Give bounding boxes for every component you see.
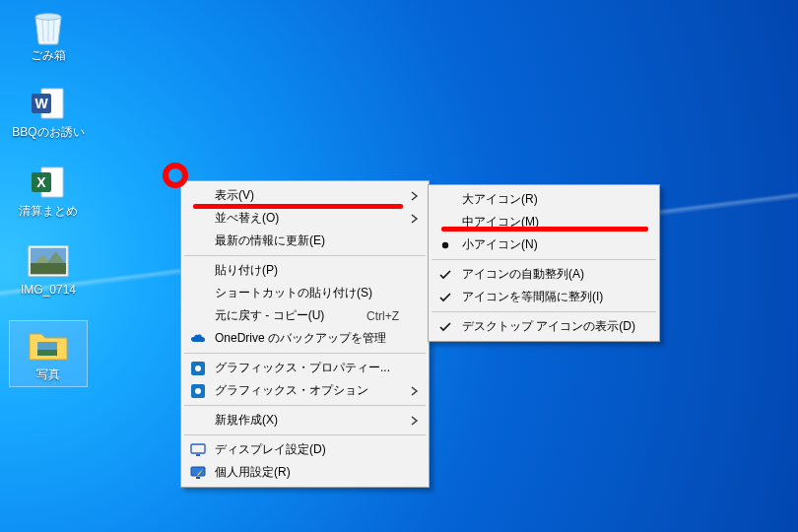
svg-rect-9 [31, 263, 66, 274]
annotation-underline-view [193, 204, 403, 209]
menu-item-sort[interactable]: 並べ替え(O) [183, 207, 427, 230]
menu-item-paste[interactable]: 貼り付け(P) [183, 259, 427, 282]
image-file-icon [28, 240, 69, 282]
submenu-item-auto-arrange[interactable]: アイコンの自動整列(A) [431, 263, 657, 286]
desktop-icon-excel-doc[interactable]: X 清算まとめ [10, 162, 87, 219]
svg-rect-18 [191, 444, 205, 453]
recycle-bin-icon [28, 6, 69, 47]
folder-icon [28, 325, 69, 366]
desktop-icon-word-doc[interactable]: W BBQのお誘い [10, 83, 87, 140]
onedrive-icon [190, 331, 206, 347]
intel-graphics-icon [190, 361, 206, 376]
submenu-arrow-icon [411, 416, 419, 426]
menu-item-undo[interactable]: 元に戻す - コピー(U) Ctrl+Z [183, 304, 427, 327]
desktop-icon-photo-file[interactable]: IMG_0714 [10, 240, 87, 298]
submenu-arrow-icon [411, 214, 419, 224]
svg-rect-19 [196, 454, 200, 456]
menu-item-personalize[interactable]: 個人用設定(R) [183, 461, 427, 484]
desktop-icon-photo-folder[interactable]: 写真 [10, 321, 87, 386]
desktop[interactable]: ごみ箱 W BBQのお誘い X 清算まとめ [0, 0, 798, 532]
menu-separator [184, 353, 426, 354]
check-icon [437, 319, 453, 335]
menu-separator [184, 405, 426, 406]
menu-separator [184, 255, 426, 256]
menu-separator [432, 311, 656, 312]
desktop-icon-recycle-bin[interactable]: ごみ箱 [10, 6, 87, 63]
svg-point-17 [195, 388, 201, 394]
svg-rect-13 [37, 350, 57, 356]
icon-label: BBQのお誘い [12, 126, 84, 140]
menu-item-graphics-properties[interactable]: グラフィックス・プロパティー... [183, 357, 427, 379]
check-icon [437, 267, 453, 283]
submenu-arrow-icon [411, 191, 419, 201]
menu-item-graphics-options[interactable]: グラフィックス・オプション [183, 379, 427, 402]
display-settings-icon [190, 442, 206, 458]
submenu-arrow-icon [411, 386, 419, 396]
icon-label: IMG_0714 [21, 284, 76, 298]
menu-item-onedrive[interactable]: OneDrive のバックアップを管理 [183, 327, 427, 350]
submenu-item-small-icons[interactable]: 小アイコン(N) [431, 233, 657, 256]
svg-rect-22 [196, 477, 200, 479]
menu-item-paste-shortcut[interactable]: ショートカットの貼り付け(S) [183, 282, 427, 304]
svg-text:W: W [34, 96, 48, 111]
personalize-icon [190, 465, 206, 481]
radio-selected-icon [437, 237, 453, 253]
icon-label: 写真 [36, 368, 60, 382]
svg-text:X: X [36, 174, 46, 190]
view-submenu: 大アイコン(R) 中アイコン(M) 小アイコン(N) アイコンの自動整列(A) … [428, 184, 660, 342]
icon-label: 清算まとめ [19, 205, 78, 219]
menu-item-refresh[interactable]: 最新の情報に更新(E) [183, 230, 427, 252]
submenu-item-align-grid[interactable]: アイコンを等間隔に整列(I) [431, 286, 657, 308]
svg-point-23 [442, 241, 448, 247]
menu-separator [432, 259, 656, 260]
menu-separator [184, 434, 426, 435]
menu-item-display-settings[interactable]: ディスプレイ設定(D) [183, 438, 427, 461]
submenu-item-show-desktop-icons[interactable]: デスクトップ アイコンの表示(D) [431, 315, 657, 338]
svg-point-0 [35, 14, 61, 20]
desktop-context-menu: 表示(V) 並べ替え(O) 最新の情報に更新(E) 貼り付け(P) ショートカッ… [180, 180, 430, 488]
menu-item-new[interactable]: 新規作成(X) [183, 409, 427, 432]
svg-point-15 [195, 366, 201, 371]
submenu-item-large-icons[interactable]: 大アイコン(R) [431, 188, 657, 211]
word-file-icon: W [28, 83, 69, 124]
annotation-origin-circle [163, 163, 188, 188]
check-icon [437, 290, 453, 305]
annotation-underline-medium-icons [441, 227, 648, 232]
excel-file-icon: X [28, 162, 69, 203]
intel-graphics-icon [190, 383, 206, 399]
icon-label: ごみ箱 [31, 49, 66, 63]
